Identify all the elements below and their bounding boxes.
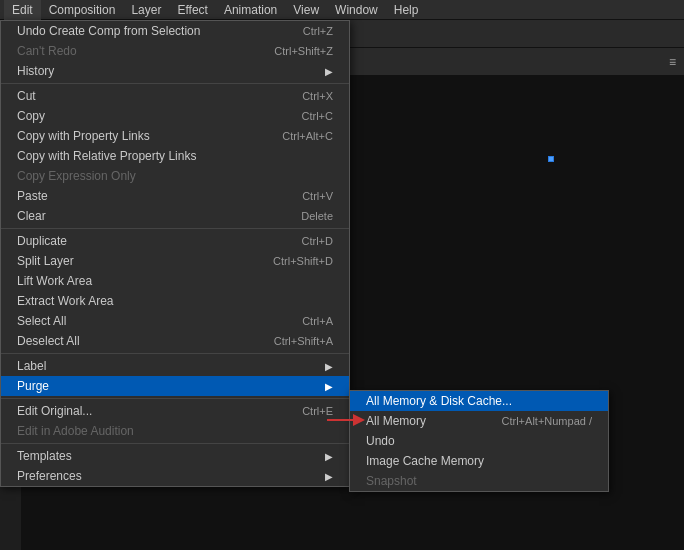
menu-view[interactable]: View bbox=[285, 0, 327, 20]
menu-item-undo[interactable]: Undo Create Comp from Selection Ctrl+Z bbox=[1, 21, 349, 41]
submenu-item-undo-label: Undo bbox=[366, 434, 395, 448]
submenu-item-all-memory-shortcut: Ctrl+Alt+Numpad / bbox=[502, 415, 592, 427]
submenu-item-image-cache-label: Image Cache Memory bbox=[366, 454, 484, 468]
menu-item-deselect-all-shortcut: Ctrl+Shift+A bbox=[274, 335, 333, 347]
menu-item-copy-prop-label: Copy with Property Links bbox=[17, 129, 150, 143]
menu-item-purge-label: Purge bbox=[17, 379, 49, 393]
separator-1 bbox=[1, 83, 349, 84]
submenu-item-image-cache[interactable]: Image Cache Memory bbox=[350, 451, 608, 471]
menu-item-copy-rel-label: Copy with Relative Property Links bbox=[17, 149, 196, 163]
submenu-item-snapshot-label: Snapshot bbox=[366, 474, 417, 488]
menu-item-copy-expr: Copy Expression Only bbox=[1, 166, 349, 186]
menu-item-copy-prop-shortcut: Ctrl+Alt+C bbox=[282, 130, 333, 142]
menu-item-clear-shortcut: Delete bbox=[301, 210, 333, 222]
menu-item-preferences-label: Preferences bbox=[17, 469, 82, 483]
menu-item-templates-label: Templates bbox=[17, 449, 72, 463]
menu-item-lift[interactable]: Lift Work Area bbox=[1, 271, 349, 291]
menu-item-edit-audition: Edit in Adobe Audition bbox=[1, 421, 349, 441]
separator-2 bbox=[1, 228, 349, 229]
menu-item-lift-label: Lift Work Area bbox=[17, 274, 92, 288]
purge-arrow-icon: ▶ bbox=[325, 381, 333, 392]
menu-item-duplicate[interactable]: Duplicate Ctrl+D bbox=[1, 231, 349, 251]
menu-item-edit-original-shortcut: Ctrl+E bbox=[302, 405, 333, 417]
submenu-item-all-memory-label: All Memory bbox=[366, 414, 426, 428]
menu-animation[interactable]: Animation bbox=[216, 0, 285, 20]
menu-item-select-all[interactable]: Select All Ctrl+A bbox=[1, 311, 349, 331]
menu-bar: Edit Composition Layer Effect Animation … bbox=[0, 0, 684, 20]
menu-item-templates[interactable]: Templates ▶ bbox=[1, 446, 349, 466]
submenu-item-all-memory-disk[interactable]: All Memory & Disk Cache... bbox=[350, 391, 608, 411]
menu-item-cant-redo-label: Can't Redo bbox=[17, 44, 77, 58]
menu-item-select-all-label: Select All bbox=[17, 314, 66, 328]
menu-item-split-layer[interactable]: Split Layer Ctrl+Shift+D bbox=[1, 251, 349, 271]
menu-item-preferences[interactable]: Preferences ▶ bbox=[1, 466, 349, 486]
menu-item-copy[interactable]: Copy Ctrl+C bbox=[1, 106, 349, 126]
menu-item-undo-label: Undo Create Comp from Selection bbox=[17, 24, 200, 38]
label-arrow-icon: ▶ bbox=[325, 361, 333, 372]
menu-item-edit-original-label: Edit Original... bbox=[17, 404, 92, 418]
canvas-handle-tr[interactable] bbox=[548, 156, 554, 162]
menu-item-copy-expr-label: Copy Expression Only bbox=[17, 169, 136, 183]
menu-item-purge[interactable]: Purge ▶ bbox=[1, 376, 349, 396]
menu-item-label[interactable]: Label ▶ bbox=[1, 356, 349, 376]
menu-item-cant-redo-shortcut: Ctrl+Shift+Z bbox=[274, 45, 333, 57]
menu-item-extract-label: Extract Work Area bbox=[17, 294, 113, 308]
edit-dropdown-menu: Undo Create Comp from Selection Ctrl+Z C… bbox=[0, 20, 350, 487]
menu-item-cut[interactable]: Cut Ctrl+X bbox=[1, 86, 349, 106]
separator-4 bbox=[1, 398, 349, 399]
menu-item-deselect-all-label: Deselect All bbox=[17, 334, 80, 348]
menu-item-cant-redo: Can't Redo Ctrl+Shift+Z bbox=[1, 41, 349, 61]
menu-item-history-label: History bbox=[17, 64, 54, 78]
submenu-item-all-memory-disk-label: All Memory & Disk Cache... bbox=[366, 394, 512, 408]
comp-menu-icon[interactable]: ≡ bbox=[669, 55, 676, 69]
preferences-arrow-icon: ▶ bbox=[325, 471, 333, 482]
menu-item-label-label: Label bbox=[17, 359, 46, 373]
menu-window[interactable]: Window bbox=[327, 0, 386, 20]
submenu-item-undo[interactable]: Undo bbox=[350, 431, 608, 451]
menu-item-extract[interactable]: Extract Work Area bbox=[1, 291, 349, 311]
menu-item-edit-original[interactable]: Edit Original... Ctrl+E bbox=[1, 401, 349, 421]
menu-item-copy-shortcut: Ctrl+C bbox=[302, 110, 333, 122]
menu-layer[interactable]: Layer bbox=[123, 0, 169, 20]
menu-item-cut-label: Cut bbox=[17, 89, 36, 103]
menu-item-undo-shortcut: Ctrl+Z bbox=[303, 25, 333, 37]
menu-item-copy-prop[interactable]: Copy with Property Links Ctrl+Alt+C bbox=[1, 126, 349, 146]
templates-arrow-icon: ▶ bbox=[325, 451, 333, 462]
menu-item-copy-label: Copy bbox=[17, 109, 45, 123]
menu-item-split-layer-label: Split Layer bbox=[17, 254, 74, 268]
menu-item-split-layer-shortcut: Ctrl+Shift+D bbox=[273, 255, 333, 267]
menu-edit[interactable]: Edit bbox=[4, 0, 41, 20]
menu-item-cut-shortcut: Ctrl+X bbox=[302, 90, 333, 102]
menu-item-paste-label: Paste bbox=[17, 189, 48, 203]
submenu-item-all-memory[interactable]: All Memory Ctrl+Alt+Numpad / bbox=[350, 411, 608, 431]
history-arrow-icon: ▶ bbox=[325, 66, 333, 77]
menu-item-duplicate-label: Duplicate bbox=[17, 234, 67, 248]
submenu-item-snapshot: Snapshot bbox=[350, 471, 608, 491]
menu-help[interactable]: Help bbox=[386, 0, 427, 20]
menu-item-paste[interactable]: Paste Ctrl+V bbox=[1, 186, 349, 206]
menu-item-history[interactable]: History ▶ bbox=[1, 61, 349, 81]
separator-3 bbox=[1, 353, 349, 354]
menu-item-clear-label: Clear bbox=[17, 209, 46, 223]
menu-effect[interactable]: Effect bbox=[169, 0, 215, 20]
menu-item-duplicate-shortcut: Ctrl+D bbox=[302, 235, 333, 247]
purge-submenu: All Memory & Disk Cache... All Memory Ct… bbox=[349, 390, 609, 492]
separator-5 bbox=[1, 443, 349, 444]
menu-item-clear[interactable]: Clear Delete bbox=[1, 206, 349, 226]
menu-item-paste-shortcut: Ctrl+V bbox=[302, 190, 333, 202]
menu-item-deselect-all[interactable]: Deselect All Ctrl+Shift+A bbox=[1, 331, 349, 351]
menu-composition[interactable]: Composition bbox=[41, 0, 124, 20]
menu-item-copy-rel[interactable]: Copy with Relative Property Links bbox=[1, 146, 349, 166]
menu-item-select-all-shortcut: Ctrl+A bbox=[302, 315, 333, 327]
menu-item-edit-audition-label: Edit in Adobe Audition bbox=[17, 424, 134, 438]
